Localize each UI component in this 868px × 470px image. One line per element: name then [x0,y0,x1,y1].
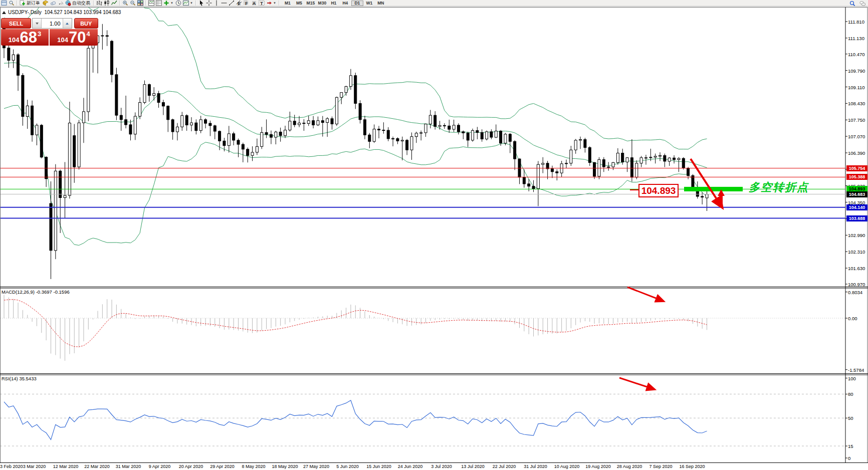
timeframe-mn-button[interactable]: MN [375,1,386,6]
trendline-button[interactable] [228,1,235,6]
arrows-icon [266,0,272,6]
svg-text:T: T [260,1,263,6]
trend-arrow-annotation [627,287,664,301]
clock-button[interactable] [175,1,182,6]
line-chart-icon [111,0,117,6]
svg-text:A: A [253,1,256,6]
text-icon: A [251,0,257,6]
chat-button[interactable] [859,1,866,6]
chat-icon [859,1,865,7]
timeframe-w1-button[interactable]: W1 [364,1,375,6]
bid-pips: 68 [20,30,37,45]
svg-text:E: E [238,1,241,6]
candlestick-chart-button[interactable] [103,1,110,6]
search-button[interactable] [849,1,856,6]
vertical-line-button[interactable] [213,1,220,6]
auto-trading-button[interactable] [65,1,72,6]
zoom-out-button[interactable] [129,1,136,6]
macd-pane [0,295,845,361]
horizontal-line-button[interactable] [221,1,228,6]
chart-title-symbol: USDJPY-,Daily [8,10,42,15]
rsi-pane [0,394,845,446]
bid-quote[interactable]: 104 68 3 [1,29,49,46]
text-label-button[interactable]: T [258,1,265,6]
vertical-line-icon [213,0,220,6]
sell-button[interactable]: SELL [1,18,31,29]
crosshair-button[interactable] [205,1,212,6]
bar-chart-button[interactable] [96,1,103,6]
price-callout-anchor [630,189,638,190]
timeframe-h1-button[interactable]: H1 [328,1,339,6]
up-arrow-annotation-stem [720,196,723,204]
volume-stepper[interactable]: 1.00 [32,18,72,29]
dropdown-arrow-icon[interactable]: ▼ [190,2,193,5]
one-click-trading-panel: SELL 1.00 BUY 104 68 3 104 70 4 [1,18,98,46]
ask-big-figure: 104 [57,36,68,44]
timeframe-d1-button[interactable]: D1 [351,1,363,6]
new-order-icon [20,0,26,6]
timeframe-m30-button[interactable]: M30 [317,1,328,6]
chart-title-ohlc: 104.527 104.843 103.994 104.683 [44,10,121,15]
timeframe-m15-button[interactable]: M15 [305,1,316,6]
bid-pipette: 3 [38,30,41,38]
triangle-down-icon [36,23,39,25]
dropdown-arrow-icon[interactable]: ▼ [170,2,173,5]
highlight-bar-annotation [684,187,743,191]
timeframe-m1-button[interactable]: M1 [282,1,293,6]
signals-button[interactable] [57,1,64,6]
add-indicator-icon [163,0,169,6]
rsi-indicator-label: RSI(14) 35.5433 [2,376,37,381]
price-callout-box[interactable]: 104.893 [638,184,679,197]
chart-plot[interactable] [0,7,868,470]
fibonacci-button[interactable]: F [243,1,250,6]
cloud-button[interactable] [50,1,57,6]
zoom-in-icon [122,0,128,6]
text-button[interactable]: A [251,1,258,6]
cursor-button[interactable] [198,1,205,6]
data-window-button[interactable] [155,1,162,6]
zoom-out-icon [130,0,136,6]
timeframe-h4-button[interactable]: H4 [340,1,351,6]
text-label-icon: T [259,0,265,6]
clock-icon [175,0,181,6]
auto-trading-label[interactable]: 自动交易 [72,0,90,7]
turning-point-annotation: 多空转折点 [749,180,809,195]
trend-arrow-annotation [619,378,655,389]
buy-button[interactable]: BUY [74,18,98,29]
expert-advisor-button[interactable] [42,1,49,6]
volume-increase-button[interactable] [63,19,72,28]
crosshair-icon [206,0,212,6]
bar-chart-icon [96,0,102,6]
volume-decrease-button[interactable] [33,19,42,28]
chart-window [0,7,868,470]
chart-window-button[interactable] [1,1,8,6]
equidistant-channel-icon: E [236,0,242,6]
main-toolbar: 新订单自动交易▼▼EFAT▼ M1M5M15M30H1H4D1W1MN [0,0,868,7]
toolbar-separator [145,1,146,6]
expert-advisor-icon [43,0,49,6]
data-window-icon [156,0,162,6]
cloud-icon [50,0,56,6]
candlestick-chart-icon [104,0,110,6]
chart-template-button[interactable] [182,1,189,6]
timeframe-m5-button[interactable]: M5 [294,1,305,6]
ask-quote[interactable]: 104 70 4 [50,29,98,46]
tile-windows-icon [137,0,143,6]
market-watch-button[interactable] [8,1,15,6]
add-indicator-button[interactable] [163,1,170,6]
arrows-button[interactable] [266,1,273,6]
line-chart-button[interactable] [111,1,118,6]
search-icon [849,1,855,7]
volume-value[interactable]: 1.00 [42,19,62,28]
indicator-window-button[interactable] [148,1,155,6]
zoom-in-button[interactable] [122,1,129,6]
new-order-label[interactable]: 新订单 [27,0,40,7]
new-order-button[interactable] [19,1,26,6]
equidistant-channel-button[interactable]: E [236,1,243,6]
macd-indicator-label: MACD(12,26,9) -0.3697 -0.1596 [2,289,70,295]
trendline-icon [229,0,235,6]
cursor-icon [198,0,204,6]
tile-windows-button[interactable] [137,1,144,6]
ask-pips: 70 [69,30,86,45]
dropdown-arrow-icon[interactable]: ▼ [273,2,276,5]
